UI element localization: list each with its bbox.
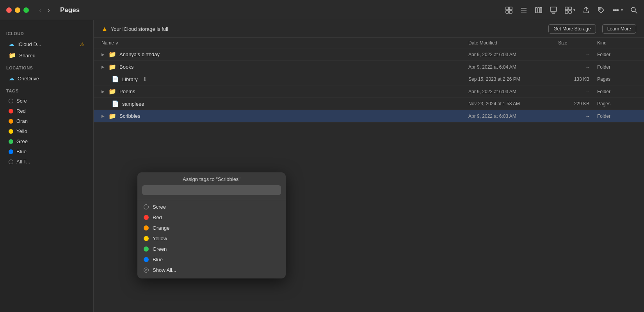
tag-dot-green <box>9 139 13 144</box>
tag-label-blue: Blue <box>16 149 85 154</box>
sidebar-item-tag-orange[interactable]: Oran <box>2 116 91 126</box>
group-button[interactable]: ▾ <box>564 6 575 14</box>
sidebar-item-tag-all[interactable]: All T... <box>2 157 91 167</box>
onedrive-icon: ☁ <box>9 75 14 82</box>
maximize-button[interactable] <box>23 7 29 13</box>
share-button[interactable] <box>582 6 590 14</box>
tag-button[interactable] <box>597 6 605 14</box>
sidebar-item-shared[interactable]: 📁 Shared <box>2 50 91 61</box>
file-name-cell: ▶ 📁 Books <box>101 63 468 71</box>
file-kind-cell: Pages <box>597 101 636 106</box>
tag-menu-label-yellow: Yellow <box>153 236 167 241</box>
tag-menu-dot-orange <box>144 225 149 230</box>
table-row[interactable]: ▶ 📁 Ananya's birthday Apr 9, 2022 at 6:0… <box>94 48 644 61</box>
tag-dot-red <box>9 109 13 113</box>
svg-rect-12 <box>565 7 568 10</box>
svg-rect-0 <box>506 7 509 10</box>
column-headers: Name ∧ Date Modified Size Kind <box>94 38 644 48</box>
file-date-cell: Apr 9, 2022 at 6:03 AM <box>468 113 558 119</box>
more-button[interactable]: ▾ <box>612 6 623 14</box>
close-button[interactable] <box>6 7 12 13</box>
tag-menu-dot-yellow <box>144 236 149 241</box>
svg-rect-7 <box>535 7 537 13</box>
tag-menu-item-yellow[interactable]: Yellow <box>137 233 286 244</box>
column-view-button[interactable] <box>535 6 543 14</box>
nav-arrows: ‹ › <box>37 5 52 15</box>
tag-menu-label-blue: Blue <box>153 257 163 262</box>
sidebar-item-tag-blue[interactable]: Blue <box>2 147 91 156</box>
toolbar: ▾ ▾ <box>505 6 638 14</box>
forward-button[interactable]: › <box>45 5 52 15</box>
tag-menu-dot-blue <box>144 257 149 262</box>
file-name-cell: ▶ 📁 Scribbles <box>101 112 468 120</box>
list-view-button[interactable] <box>520 6 528 14</box>
tag-menu-item-red[interactable]: Red <box>137 212 286 223</box>
sidebar-item-tag-yellow[interactable]: Yello <box>2 126 91 136</box>
file-name: Library <box>122 76 138 82</box>
grid-icon <box>505 6 513 14</box>
tag-label-scree: Scre <box>16 98 85 104</box>
folder-icon: 📁 <box>109 112 116 120</box>
table-row[interactable]: 📄 Library ⬇ Sep 15, 2023 at 2:26 PM 133 … <box>94 73 644 85</box>
main-area: iCloud ☁ iCloud D... ⚠ 📁 Shared Location… <box>0 20 644 312</box>
tag-menu-item-green[interactable]: Green <box>137 244 286 254</box>
storage-banner-message: Your iCloud storage is full <box>111 26 168 32</box>
sidebar-item-tag-red[interactable]: Red <box>2 106 91 116</box>
back-button[interactable]: ‹ <box>37 5 44 15</box>
table-row[interactable]: ▶ 📁 Books Apr 9, 2022 at 6:04 AM -- Fold… <box>94 61 644 73</box>
tag-menu-dot-green <box>144 246 149 252</box>
file-size-cell: -- <box>558 64 597 70</box>
table-row[interactable]: ▶ 📁 Poems Apr 9, 2022 at 6:03 AM -- Fold… <box>94 85 644 98</box>
learn-more-button[interactable]: Learn More <box>602 24 636 34</box>
tag-menu-label-red: Red <box>153 214 162 220</box>
gallery-view-button[interactable] <box>550 6 557 14</box>
sidebar-item-tag-green[interactable]: Gree <box>2 136 91 146</box>
file-size-cell: 229 KB <box>558 101 597 106</box>
svg-point-16 <box>600 8 600 9</box>
size-column-header[interactable]: Size <box>558 40 597 46</box>
file-name-cell: ▶ 📁 Poems <box>101 88 468 95</box>
name-column-header[interactable]: Name ∧ <box>101 40 468 46</box>
file-date-cell: Apr 9, 2022 at 6:04 AM <box>468 64 558 70</box>
window-title: Pages <box>60 6 80 14</box>
share-icon <box>582 6 590 14</box>
tag-popup-search-input[interactable] <box>142 185 281 195</box>
traffic-lights <box>6 7 29 13</box>
tag-menu-label-scree: Scree <box>153 204 166 210</box>
table-row[interactable]: ▶ 📁 Scribbles Apr 9, 2022 at 6:03 AM -- … <box>94 110 644 122</box>
file-date-cell: Apr 9, 2022 at 6:03 AM <box>468 52 558 57</box>
svg-rect-15 <box>569 11 571 13</box>
tag-menu-dot-scree <box>144 204 149 209</box>
svg-point-17 <box>614 9 615 11</box>
tag-icon <box>597 6 605 14</box>
table-row[interactable]: 📄 sampleee Nov 23, 2024 at 1:58 AM 229 K… <box>94 98 644 110</box>
tag-menu-item-show-all[interactable]: ⟳ Show All... <box>137 265 286 275</box>
tag-menu-item-blue[interactable]: Blue <box>137 254 286 265</box>
kind-column-header[interactable]: Kind <box>597 40 636 46</box>
tag-dot-blue <box>9 149 13 154</box>
get-more-storage-button[interactable]: Get More Storage <box>548 24 596 34</box>
tag-popup-title: Assign tags to "Scribbles" <box>137 172 286 185</box>
pages-file-icon: 📄 <box>112 76 119 83</box>
sidebar-item-icloud-drive[interactable]: ☁ iCloud D... ⚠ <box>2 39 91 50</box>
minimize-button[interactable] <box>15 7 20 13</box>
tag-label-red: Red <box>16 108 85 114</box>
grid-view-button[interactable] <box>505 6 513 14</box>
svg-rect-1 <box>509 7 512 10</box>
sidebar-item-onedrive[interactable]: ☁ OneDrive <box>2 73 91 84</box>
tag-dot-orange <box>9 119 13 124</box>
tag-menu-item-orange[interactable]: Orange <box>137 223 286 233</box>
date-column-header[interactable]: Date Modified <box>468 40 558 46</box>
svg-point-18 <box>616 9 617 11</box>
svg-point-20 <box>631 7 635 12</box>
search-button[interactable] <box>630 6 638 14</box>
file-kind-cell: Folder <box>597 64 636 70</box>
sidebar-item-tag-scree[interactable]: Scre <box>2 96 91 106</box>
svg-rect-2 <box>506 11 509 13</box>
tag-menu-item-scree[interactable]: Scree <box>137 202 286 212</box>
locations-section-label: Locations <box>0 64 93 73</box>
expand-chevron-icon: ▶ <box>101 114 105 118</box>
svg-rect-14 <box>565 11 568 13</box>
tag-dot-yellow <box>9 129 13 134</box>
folder-icon: 📁 <box>109 63 116 71</box>
